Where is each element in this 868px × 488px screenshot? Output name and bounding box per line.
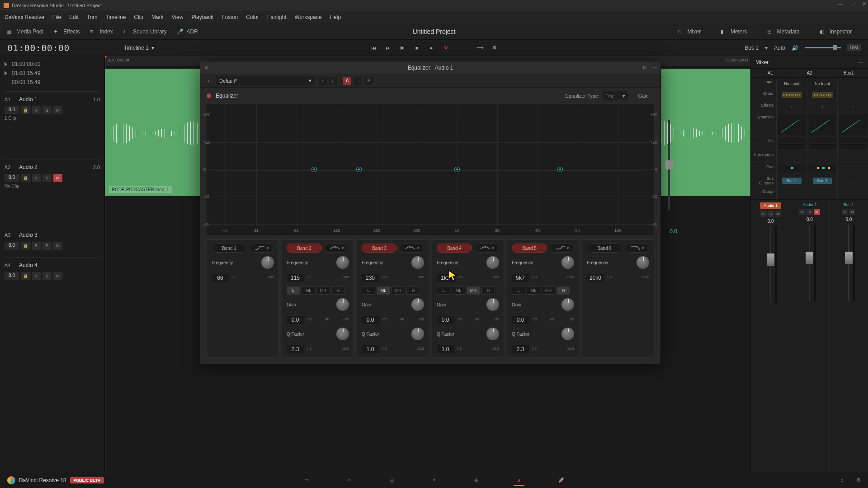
mute-button[interactable]: M [849, 209, 855, 215]
range-button[interactable]: ML [452, 286, 465, 295]
range-button[interactable]: L [437, 286, 450, 295]
dynamics-mini[interactable] [837, 113, 868, 136]
cut-page-tab[interactable]: ✂ [344, 475, 354, 486]
prev-button[interactable]: ⏮ [369, 44, 377, 52]
band-enable-button[interactable]: Band 1 [212, 244, 247, 253]
sound-library-button[interactable]: ♪Sound Library [123, 28, 167, 35]
fader-name[interactable]: Bus 1 [844, 202, 854, 207]
effects-button[interactable]: ✦Effects [53, 28, 80, 35]
order-cell[interactable]: FX DY EQ [776, 89, 807, 101]
eq-mini[interactable] [776, 137, 807, 150]
ab-a-button[interactable]: A [343, 77, 351, 85]
track-header[interactable]: A4 Audio 4 0.0 🔒 R S M [5, 257, 100, 283]
lock-button[interactable]: 🔒 [21, 242, 30, 250]
solo-button[interactable]: S [42, 242, 52, 250]
band-enable-button[interactable]: Band 3 [362, 244, 397, 253]
menu-item[interactable]: Color [246, 14, 259, 20]
volume-slider[interactable] [805, 47, 841, 48]
frequency-value[interactable]: 115 [287, 274, 304, 282]
range-button[interactable]: H [331, 286, 345, 295]
timecode-marker[interactable]: 00:00:15:49 [5, 78, 100, 87]
track-volume[interactable]: 0.0 [5, 106, 19, 114]
menu-item[interactable]: Edit [69, 14, 79, 20]
solo-button[interactable]: S [842, 209, 848, 215]
timeline-selector[interactable]: Timeline 1▾ [124, 45, 154, 51]
eq-graph[interactable]: 0.0 Hz31621252505001K2K4K8K16K+20+20+10+… [207, 104, 654, 235]
range-button[interactable]: H [481, 286, 495, 295]
metadata-button[interactable]: ⊞Metadata [767, 28, 800, 35]
record-arm-button[interactable]: R [32, 272, 41, 280]
meters-button[interactable]: ▮Meters [721, 28, 747, 35]
settings-icon[interactable]: ⚙ [491, 44, 499, 52]
frequency-value[interactable]: 5k7 [512, 274, 529, 282]
gain-value[interactable]: 0.0 [362, 316, 379, 324]
band-enable-button[interactable]: Band 4 [437, 244, 472, 253]
eq-mini[interactable] [807, 137, 838, 150]
eq-band-point[interactable] [356, 167, 362, 172]
gain-value[interactable]: 0.0 [437, 316, 454, 324]
media-pool-button[interactable]: ▦Media Pool [6, 28, 43, 35]
record-arm-button[interactable]: R [799, 209, 806, 215]
track-name[interactable]: Audio 2 [19, 164, 90, 170]
fader-name[interactable]: Audio 1 [760, 202, 781, 209]
enable-dot[interactable] [207, 94, 211, 98]
frequency-value[interactable]: 1k1 [437, 274, 454, 282]
settings-icon[interactable]: ⚙ [856, 477, 861, 483]
more-icon[interactable]: ⋯ [858, 59, 863, 66]
fader[interactable] [848, 225, 849, 301]
input-select[interactable]: No Input [776, 78, 807, 89]
filter-type-dropdown[interactable]: ▾ [475, 244, 499, 253]
inspector-button[interactable]: ◐Inspector [820, 28, 852, 35]
gain-value[interactable]: 0.0 [287, 316, 304, 324]
solo-button[interactable]: S [807, 209, 813, 215]
range-button[interactable]: L [287, 286, 300, 295]
record-arm-button[interactable]: R [32, 242, 41, 250]
frequency-knob[interactable] [486, 256, 499, 269]
band-enable-button[interactable]: Band 5 [512, 244, 547, 253]
automation-mode[interactable]: Auto [774, 45, 785, 51]
speaker-icon[interactable]: 🔊 [792, 45, 798, 51]
mute-button[interactable]: M [775, 211, 781, 217]
input-select[interactable] [837, 78, 868, 89]
order-cell[interactable]: FX DY EQ [807, 89, 838, 101]
q-knob[interactable] [411, 328, 424, 340]
fader[interactable] [770, 226, 771, 303]
eq-type-dropdown[interactable]: Fire▾ [603, 91, 628, 100]
input-select[interactable]: No Input [807, 78, 838, 89]
range-button[interactable]: L [512, 286, 525, 295]
frequency-knob[interactable] [637, 256, 649, 269]
eq-mini[interactable] [837, 137, 868, 150]
q-knob[interactable] [561, 328, 574, 340]
mute-button[interactable]: M [53, 174, 62, 182]
lock-button[interactable]: 🔒 [21, 272, 30, 280]
prev-preset-button[interactable]: ‹ [319, 77, 327, 85]
lock-button[interactable]: 🔒 [21, 106, 30, 114]
mute-button[interactable]: M [53, 242, 62, 250]
menu-item[interactable]: View [172, 14, 184, 20]
dim-button[interactable]: DIM [847, 44, 861, 51]
more-icon[interactable]: ⋯ [651, 65, 657, 71]
preset-dropdown[interactable]: Default*▾ [216, 76, 315, 85]
frequency-knob[interactable] [561, 256, 574, 269]
eq-band-point[interactable] [311, 167, 317, 172]
frequency-value[interactable]: 20k0 [587, 274, 604, 282]
channel-header[interactable]: A1 [751, 69, 790, 77]
menu-item[interactable]: Mark [151, 14, 164, 20]
range-button[interactable]: ML [302, 286, 315, 295]
ab-copy-button[interactable]: → [354, 77, 362, 85]
frequency-knob[interactable] [336, 256, 349, 269]
range-button[interactable]: MH [542, 286, 555, 295]
menu-item[interactable]: Clip [134, 14, 143, 20]
timecode-marker[interactable]: 01:00:15:49 [5, 69, 100, 78]
gain-knob[interactable] [336, 298, 349, 311]
dynamics-mini[interactable] [776, 113, 807, 136]
range-button[interactable]: ML [377, 286, 390, 295]
next-preset-button[interactable]: › [329, 77, 337, 85]
filter-type-dropdown[interactable]: ▾ [250, 244, 274, 253]
eq-band-point[interactable] [454, 167, 460, 172]
solo-button[interactable]: S [42, 174, 52, 182]
fairlight-page-tab[interactable]: ♪ [514, 475, 524, 486]
fader-value[interactable]: 0.0 [768, 219, 774, 224]
fader-name[interactable]: Audio 2 [803, 202, 817, 207]
record-button[interactable]: ● [427, 44, 435, 52]
